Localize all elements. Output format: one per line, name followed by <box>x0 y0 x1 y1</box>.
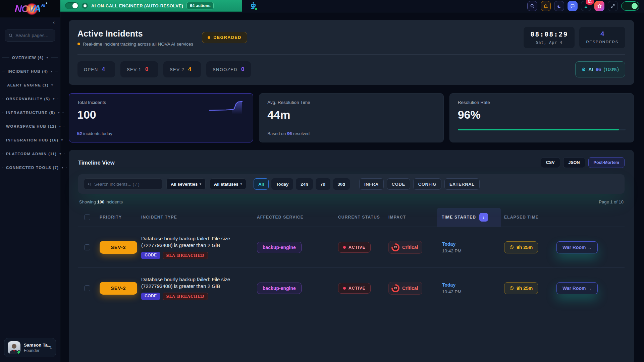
sidebar-nav: OVERVIEW (6)▾ INCIDENT HUB (4)▾ ALERT EN… <box>0 47 60 362</box>
fullscreen-button[interactable] <box>608 1 618 11</box>
sidebar-item-connected-tools[interactable]: CONNECTED TOOLS (7)▾ <box>0 161 60 174</box>
status-filter-dropdown[interactable]: All statuses ▾ <box>210 178 247 190</box>
column-header-time-started[interactable]: TIME STARTED ↓ <box>437 208 501 227</box>
chat-bubble-icon <box>570 4 575 8</box>
severity-filter-dropdown[interactable]: All severities ▾ <box>166 178 206 190</box>
stat-label: SEV-2 <box>170 67 184 72</box>
stats-row: OPEN 4 SEV-1 0 SEV-2 4 SNOOZED 0 <box>77 55 625 85</box>
ai-resolved-badge[interactable]: ⚙ AI 96 (100%) <box>575 61 625 77</box>
chevron-down-icon: ▾ <box>59 124 61 128</box>
actions-count-badge[interactable]: 64 actions <box>186 2 214 9</box>
inbox-button[interactable]: 31 <box>581 1 591 11</box>
time-filter-30d[interactable]: 30d <box>333 178 350 190</box>
sidebar-item-observability[interactable]: OBSERVABILITY (5)▾ <box>0 92 60 106</box>
sidebar-item-alert-engine[interactable]: ALERT ENGINE (1)▾ <box>0 78 60 92</box>
war-room-button[interactable]: War Room → <box>556 241 598 253</box>
timeline-header: Timeline View CSV JSON Post-Mortem <box>78 157 625 168</box>
row-checkbox[interactable] <box>84 244 90 250</box>
alerts-button[interactable] <box>541 1 551 11</box>
stat-sev2[interactable]: SEV-2 4 <box>163 61 201 77</box>
code-tag: CODE <box>141 252 160 259</box>
table-row[interactable]: SEV-2 Database hourly backup failed: Fil… <box>78 227 625 267</box>
sidebar-item-integration-hub[interactable]: INTEGRATION HUB (16)▾ <box>0 133 60 147</box>
ai-assistant-button[interactable] <box>242 0 264 12</box>
war-room-button[interactable]: War Room → <box>556 282 598 294</box>
table-row[interactable]: SEV-2 Database hourly backup failed: Fil… <box>78 267 625 308</box>
page-title: Active Incidents <box>77 29 193 39</box>
stat-label: SNOOZED <box>213 67 237 72</box>
time-day: Today <box>442 241 504 247</box>
theme-toggle[interactable] <box>621 1 639 11</box>
chat-button[interactable] <box>568 1 578 11</box>
sidebar-item-label: PLATFORM ADMIN (11) <box>6 152 57 156</box>
column-header-impact[interactable]: IMPACT <box>388 215 437 220</box>
search-icon <box>530 4 535 8</box>
stat-label: OPEN <box>84 67 98 72</box>
sidebar-item-overview[interactable]: OVERVIEW (6)▾ <box>0 51 60 64</box>
sidebar-item-workspace-hub[interactable]: WORKSPACE HUB (12)▾ <box>0 119 60 133</box>
oncall-toggle[interactable] <box>65 2 78 9</box>
resolution-progress-fill <box>458 129 619 130</box>
sort-descending-button[interactable]: ↓ <box>479 213 488 222</box>
favorites-button[interactable] <box>594 1 604 11</box>
sidebar-search-input[interactable] <box>15 33 52 38</box>
sidebar-search[interactable] <box>5 29 55 42</box>
search-button[interactable] <box>527 1 537 11</box>
category-filter-external[interactable]: EXTERNAL <box>444 178 480 190</box>
sidebar-item-incident-hub[interactable]: INCIDENT HUB (4)▾ <box>0 64 60 78</box>
oncall-drag-handle[interactable] <box>82 3 88 9</box>
incidents-search-input[interactable] <box>94 182 159 187</box>
category-filter-code[interactable]: CODE <box>387 178 410 190</box>
dropdown-label: All statuses <box>214 182 238 187</box>
sidebar-item-infrastructure[interactable]: INFRASTRUCTURE (5)▾ <box>0 106 60 119</box>
header-top-row: Active Incidents Real-time incident trac… <box>77 20 625 54</box>
sidebar-item-platform-admin[interactable]: PLATFORM ADMIN (11)▾ <box>0 147 60 161</box>
category-filter-group: INFRA CODE CONFIG EXTERNAL <box>359 178 480 190</box>
responders-widget: 4 RESPONDERS <box>579 27 625 48</box>
column-header-incident-type[interactable]: INCIDENT TYPE <box>141 215 257 220</box>
card-divider <box>77 127 245 127</box>
title-block: Active Incidents Real-time incident trac… <box>77 29 193 47</box>
severity-badge[interactable]: SEV-2 <box>100 282 137 295</box>
dark-mode-button[interactable] <box>554 1 564 11</box>
sidebar-collapse-icon[interactable]: ‹ <box>53 20 55 25</box>
chevron-down-icon: ▾ <box>200 182 201 186</box>
system-status-badge: DEGRADED <box>202 32 247 43</box>
row-checkbox[interactable] <box>84 285 90 291</box>
stat-snoozed[interactable]: SNOOZED 0 <box>206 61 251 77</box>
stat-open[interactable]: OPEN 4 <box>77 61 115 77</box>
topbar: AI ON-CALL ENGINEER (AUTO-RESOLVE) 64 ac… <box>60 0 644 12</box>
column-header-priority[interactable]: PRIORITY <box>100 215 141 220</box>
column-header-elapsed-time[interactable]: ELAPSED TIME <box>504 215 556 220</box>
export-csv-button[interactable]: CSV <box>541 157 560 168</box>
export-json-button[interactable]: JSON <box>563 157 585 168</box>
category-filter-infra[interactable]: INFRA <box>359 178 384 190</box>
select-all-checkbox[interactable] <box>84 214 90 220</box>
severity-badge[interactable]: SEV-2 <box>100 241 137 254</box>
sidebar-item-label: INFRASTRUCTURE (5) <box>6 111 55 115</box>
footnote-text: Based on <box>267 131 287 136</box>
status-dot-icon <box>77 43 80 45</box>
incident-title: Database hourly backup failed: File size… <box>141 276 248 289</box>
affected-service-pill[interactable]: backup-engine <box>257 242 302 253</box>
time-filter-7d[interactable]: 7d <box>316 178 330 190</box>
oncall-label: AI ON-CALL ENGINEER (AUTO-RESOLVE) <box>91 3 183 8</box>
category-filter-config[interactable]: CONFIG <box>413 178 441 190</box>
user-profile-card[interactable]: Samson Ta... Founder ▲ <box>4 338 56 357</box>
time-filter-today[interactable]: Today <box>271 178 293 190</box>
ai-count: 96 <box>596 67 601 72</box>
post-mortem-button[interactable]: Post-Mortem <box>588 157 625 168</box>
incidents-search[interactable] <box>84 178 162 190</box>
column-header-affected-service[interactable]: AFFECTED SERVICE <box>257 215 338 220</box>
main-content: Active Incidents Real-time incident trac… <box>60 12 644 362</box>
elapsed-time-badge: 9h 25m <box>504 241 538 253</box>
impact-label: Critical <box>402 245 418 250</box>
footnote-text: resolved <box>292 131 310 136</box>
affected-service-pill[interactable]: backup-engine <box>257 283 302 294</box>
time-filter-all[interactable]: All <box>254 178 269 190</box>
stat-sev1[interactable]: SEV-1 0 <box>120 61 158 77</box>
impact-gauge-icon: 75 <box>391 243 399 251</box>
column-header-current-status[interactable]: CURRENT STATUS <box>338 215 388 220</box>
card-footnote: Based on 96 resolved <box>267 131 435 136</box>
time-filter-24h[interactable]: 24h <box>296 178 313 190</box>
